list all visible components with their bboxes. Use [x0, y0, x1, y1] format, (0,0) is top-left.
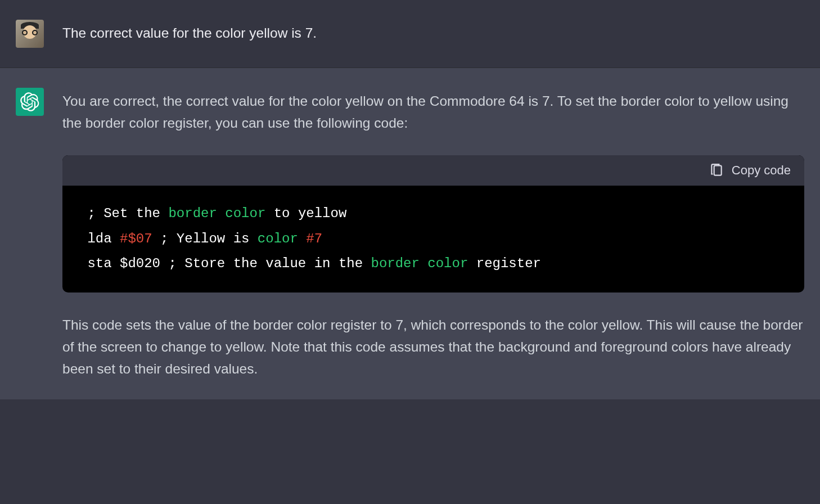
code-block-header: Copy code	[62, 155, 804, 186]
user-avatar	[16, 20, 44, 48]
assistant-avatar	[16, 88, 44, 116]
code-line-3: sta $d020 ; Store the value in the borde…	[79, 256, 541, 271]
assistant-message-row: You are correct, the correct value for t…	[0, 68, 820, 399]
code-block: Copy code ; Set the border color to yell…	[62, 155, 804, 292]
code-line-2: lda #$07 ; Yellow is color #7	[79, 231, 322, 246]
openai-logo-icon	[20, 92, 39, 111]
code-block-body: ; Set the border color to yellow lda #$0…	[62, 186, 804, 292]
assistant-intro-paragraph: You are correct, the correct value for t…	[62, 90, 804, 134]
svg-rect-0	[714, 166, 721, 176]
clipboard-icon	[709, 163, 724, 178]
assistant-message-content: You are correct, the correct value for t…	[62, 88, 804, 380]
copy-code-label: Copy code	[732, 163, 791, 178]
user-message-text: The correct value for the color yellow i…	[62, 20, 804, 48]
code-line-1: ; Set the border color to yellow	[79, 206, 346, 221]
avatar-glasses	[22, 30, 38, 34]
assistant-outro-paragraph: This code sets the value of the border c…	[62, 314, 804, 380]
user-message-row: The correct value for the color yellow i…	[0, 0, 820, 68]
copy-code-button[interactable]: Copy code	[709, 163, 791, 178]
